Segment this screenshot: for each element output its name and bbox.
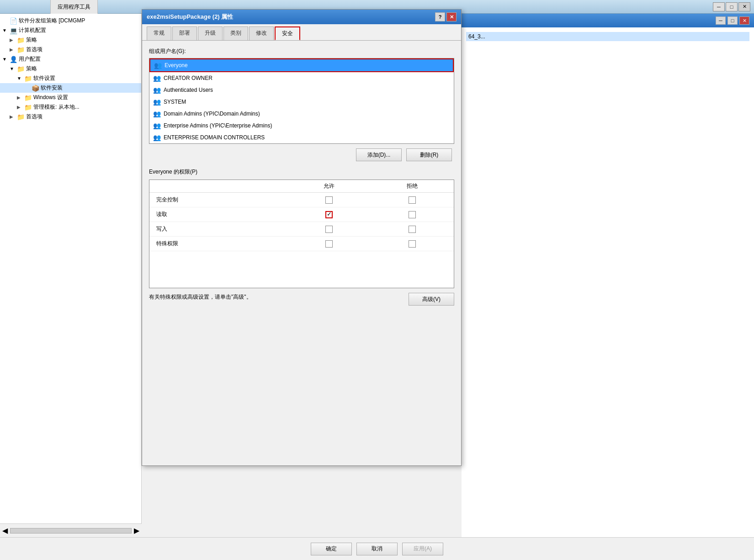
tree-icon-computer: 💻 — [10, 27, 17, 34]
tree-icon-folder-4: 📁 — [24, 75, 32, 82]
perm-allow-read[interactable] — [287, 207, 371, 222]
maximize-button[interactable]: □ — [726, 2, 738, 11]
perm-row-read: 读取 — [149, 207, 454, 222]
advanced-button-row: 高级(V) — [409, 293, 454, 306]
user-name-creator: CREATOR OWNER — [164, 75, 212, 81]
tab-general[interactable]: 常规 — [147, 26, 171, 40]
dialog-help-btn[interactable]: ? — [435, 12, 445, 21]
dialog-window: exe2msiSetupPackage (2) 属性 ? ✕ 常规 部署 升级 … — [142, 9, 462, 466]
perm-allow-full[interactable] — [287, 193, 371, 207]
checkbox-allow-read[interactable] — [325, 211, 333, 218]
user-item-enterprise-dc[interactable]: 👥 ENTERPRISE DOMAIN CONTROLLERS — [149, 132, 454, 143]
close-button[interactable]: ✕ — [738, 2, 750, 11]
app-tools-label: 应用程序工具 — [50, 0, 98, 14]
user-icon-everyone: 👥 — [154, 62, 162, 69]
perm-allow-write[interactable] — [287, 222, 371, 237]
dialog-close-btn[interactable]: ✕ — [446, 12, 457, 21]
user-name-edc: ENTERPRISE DOMAIN CONTROLLERS — [164, 134, 265, 141]
user-icon-enterprise: 👥 — [153, 122, 161, 129]
tree-icon-folder-6: 📁 — [24, 104, 32, 111]
advanced-button[interactable]: 高级(V) — [409, 293, 454, 306]
perm-deny-full[interactable] — [371, 193, 454, 207]
perm-col-name — [149, 180, 287, 193]
tree-item-admin-template[interactable]: ▶ 📁 管理模板: 从本地... — [0, 102, 141, 112]
right-panel-title-bar: ─ □ ✕ — [462, 14, 754, 27]
user-item-everyone[interactable]: 👥 Everyone — [149, 58, 454, 72]
tree-icon-folder-5: 📁 — [24, 94, 32, 101]
tree-icon-package: 📦 — [32, 85, 39, 92]
scroll-right[interactable]: ▶ — [134, 526, 139, 535]
tree-item-software-install[interactable]: 📦 软件安装 — [0, 83, 141, 93]
tree-item-preference-2[interactable]: ▶ 📁 首选项 — [0, 112, 141, 122]
checkbox-deny-full[interactable] — [409, 196, 416, 204]
perm-table-extra-space — [149, 251, 454, 288]
user-icon-system: 👥 — [153, 98, 161, 106]
remove-user-button[interactable]: 删除(R) — [406, 148, 452, 161]
checkbox-allow-write[interactable] — [325, 226, 333, 233]
permissions-label: Everyone 的权限(P) — [149, 168, 454, 176]
user-action-buttons: 添加(D)... 删除(R) — [149, 148, 454, 161]
perm-deny-special[interactable] — [371, 237, 454, 251]
tree-item-preference-1[interactable]: ▶ 📁 首选项 — [0, 45, 141, 54]
scroll-left[interactable]: ◀ — [2, 526, 8, 535]
tab-category[interactable]: 类别 — [223, 26, 248, 40]
tree-item-user-config[interactable]: ▼ 👤 用户配置 — [0, 54, 141, 64]
user-item-enterprise-admins[interactable]: 👥 Enterprise Admins (YPIC\Enterprise Adm… — [149, 120, 454, 132]
tree-item-policy-1[interactable]: ▶ 📁 策略 — [0, 35, 141, 45]
user-name-enterprise: Enterprise Admins (YPIC\Enterprise Admin… — [164, 122, 272, 129]
tree-item-policy-2[interactable]: ▼ 📁 策略 — [0, 64, 141, 74]
tree-view: 📄 软件分发组策略 [DCMGMP ▼ 💻 计算机配置 ▶ 📁 策略 ▶ 📁 首… — [0, 14, 141, 124]
right-list-item: 64_3... — [466, 32, 749, 41]
user-name-everyone: Everyone — [165, 62, 188, 69]
user-item-system[interactable]: 👥 SYSTEM — [149, 96, 454, 108]
scroll-thumb[interactable] — [10, 528, 132, 534]
dialog-title-controls: ? ✕ — [435, 12, 457, 21]
tab-upgrade[interactable]: 升级 — [198, 26, 223, 40]
user-name-system: SYSTEM — [164, 99, 186, 105]
user-item-creator-owner[interactable]: 👥 CREATOR OWNER — [149, 72, 454, 84]
user-icon-auth: 👥 — [153, 86, 161, 94]
checkbox-deny-read[interactable] — [409, 211, 416, 218]
checkbox-allow-full[interactable] — [325, 196, 333, 204]
cancel-button[interactable]: 取消 — [356, 543, 398, 555]
dialog-title-bar: exe2msiSetupPackage (2) 属性 ? ✕ — [142, 10, 461, 24]
perm-deny-read[interactable] — [371, 207, 454, 222]
user-icon-domain: 👥 — [153, 110, 161, 117]
tab-security[interactable]: 安全 — [275, 26, 300, 40]
perm-name-read: 读取 — [149, 207, 287, 222]
user-item-domain-admins[interactable]: 👥 Domain Admins (YPIC\Domain Admins) — [149, 108, 454, 120]
tree-icon-user: 👤 — [10, 56, 17, 63]
checkbox-deny-write[interactable] — [409, 226, 416, 233]
tab-bar: 常规 部署 升级 类别 修改 安全 — [142, 24, 461, 41]
tab-deploy[interactable]: 部署 — [172, 26, 197, 40]
checkbox-allow-special[interactable] — [325, 240, 333, 248]
minimize-button[interactable]: ─ — [713, 2, 725, 11]
user-name-auth: Authenticated Users — [164, 87, 213, 93]
checkbox-deny-special[interactable] — [409, 240, 416, 248]
user-icon-creator: 👥 — [153, 74, 161, 82]
user-item-auth-users[interactable]: 👥 Authenticated Users — [149, 84, 454, 96]
permissions-table-container: 允许 拒绝 完全控制 读取 写入 — [149, 180, 454, 288]
apply-button[interactable]: 应用(A) — [402, 543, 443, 555]
perm-deny-write[interactable] — [371, 222, 454, 237]
perm-allow-special[interactable] — [287, 237, 371, 251]
right-maximize-btn[interactable]: □ — [727, 16, 738, 25]
permissions-table: 允许 拒绝 完全控制 读取 写入 — [149, 180, 454, 251]
right-minimize-btn[interactable]: ─ — [716, 16, 726, 25]
right-close-btn[interactable]: ✕ — [739, 16, 749, 25]
tree-item-software-setting[interactable]: ▼ 📁 软件设置 — [0, 74, 141, 83]
tab-modify[interactable]: 修改 — [249, 26, 274, 40]
tree-icon-doc: 📄 — [10, 17, 17, 25]
perm-row-full-control: 完全控制 — [149, 193, 454, 207]
advanced-note: 有关特殊权限或高级设置，请单击"高级"。 — [149, 293, 252, 301]
add-user-button[interactable]: 添加(D)... — [356, 148, 402, 161]
bottom-button-bar: 确定 取消 应用(A) — [0, 537, 754, 560]
tree-item-policy[interactable]: 📄 软件分发组策略 [DCMGMP — [0, 16, 141, 26]
ok-button[interactable]: 确定 — [311, 543, 352, 555]
tree-item-windows-setting[interactable]: ▶ 📁 Windows 设置 — [0, 93, 141, 102]
tree-item-computer-config[interactable]: ▼ 💻 计算机配置 — [0, 26, 141, 35]
user-icon-edc: 👥 — [153, 134, 161, 141]
user-name-domain: Domain Admins (YPIC\Domain Admins) — [164, 111, 260, 117]
perm-row-write: 写入 — [149, 222, 454, 237]
perm-name-write: 写入 — [149, 222, 287, 237]
